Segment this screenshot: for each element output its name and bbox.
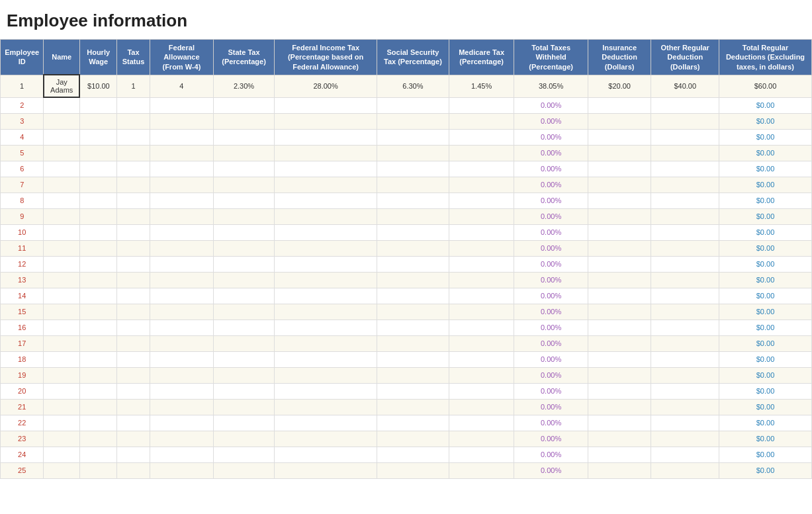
cell-total_regular_deductions[interactable]: $0.00 bbox=[719, 272, 811, 288]
cell-federal_income_tax[interactable] bbox=[275, 383, 377, 399]
cell-federal_income_tax[interactable] bbox=[275, 113, 377, 129]
cell-tax_status[interactable] bbox=[117, 320, 150, 335]
cell-hourly_wage[interactable] bbox=[79, 320, 116, 335]
cell-medicare_tax[interactable] bbox=[449, 224, 514, 240]
cell-other_regular_deduction[interactable] bbox=[651, 208, 719, 224]
cell-state_tax[interactable] bbox=[214, 208, 275, 224]
cell-insurance_deduction[interactable] bbox=[588, 415, 651, 431]
cell-hourly_wage[interactable] bbox=[79, 240, 116, 256]
cell-medicare_tax[interactable] bbox=[449, 208, 514, 224]
cell-medicare_tax[interactable] bbox=[449, 177, 514, 193]
cell-id[interactable]: 3 bbox=[1, 113, 44, 129]
table-row[interactable]: 130.00%$0.00 bbox=[1, 272, 812, 288]
cell-id[interactable]: 11 bbox=[1, 240, 44, 256]
cell-other_regular_deduction[interactable] bbox=[651, 129, 719, 145]
cell-total_regular_deductions[interactable]: $0.00 bbox=[719, 161, 811, 177]
cell-total_taxes_withheld[interactable]: 0.00% bbox=[514, 320, 588, 335]
cell-tax_status[interactable] bbox=[117, 97, 150, 113]
cell-other_regular_deduction[interactable] bbox=[651, 113, 719, 129]
cell-insurance_deduction[interactable] bbox=[588, 431, 651, 447]
cell-id[interactable]: 21 bbox=[1, 399, 44, 415]
cell-total_taxes_withheld[interactable]: 0.00% bbox=[514, 462, 588, 478]
cell-federal_allowance[interactable] bbox=[150, 240, 213, 256]
cell-tax_status[interactable] bbox=[117, 193, 150, 208]
cell-insurance_deduction[interactable] bbox=[588, 97, 651, 113]
table-row[interactable]: 150.00%$0.00 bbox=[1, 304, 812, 320]
cell-hourly_wage[interactable] bbox=[79, 272, 116, 288]
cell-social_security_tax[interactable] bbox=[377, 288, 449, 304]
cell-id[interactable]: 2 bbox=[1, 97, 44, 113]
cell-federal_income_tax[interactable] bbox=[275, 240, 377, 256]
cell-other_regular_deduction[interactable] bbox=[651, 367, 719, 383]
cell-tax_status[interactable] bbox=[117, 399, 150, 415]
cell-name[interactable]: Jay Adams bbox=[44, 75, 80, 97]
cell-federal_income_tax[interactable] bbox=[275, 447, 377, 462]
cell-name[interactable] bbox=[44, 97, 80, 113]
cell-id[interactable]: 15 bbox=[1, 304, 44, 320]
cell-total_regular_deductions[interactable]: $60.00 bbox=[719, 75, 811, 97]
cell-id[interactable]: 23 bbox=[1, 431, 44, 447]
cell-other_regular_deduction[interactable] bbox=[651, 145, 719, 161]
cell-total_taxes_withheld[interactable]: 0.00% bbox=[514, 415, 588, 431]
cell-id[interactable]: 16 bbox=[1, 320, 44, 335]
cell-federal_income_tax[interactable] bbox=[275, 256, 377, 272]
cell-total_taxes_withheld[interactable]: 0.00% bbox=[514, 113, 588, 129]
cell-other_regular_deduction[interactable] bbox=[651, 431, 719, 447]
cell-other_regular_deduction[interactable] bbox=[651, 240, 719, 256]
cell-tax_status[interactable] bbox=[117, 288, 150, 304]
cell-total_taxes_withheld[interactable]: 0.00% bbox=[514, 304, 588, 320]
cell-state_tax[interactable] bbox=[214, 288, 275, 304]
cell-id[interactable]: 17 bbox=[1, 335, 44, 351]
cell-id[interactable]: 8 bbox=[1, 193, 44, 208]
cell-id[interactable]: 10 bbox=[1, 224, 44, 240]
cell-insurance_deduction[interactable] bbox=[588, 193, 651, 208]
cell-name[interactable] bbox=[44, 447, 80, 462]
cell-id[interactable]: 18 bbox=[1, 351, 44, 367]
cell-social_security_tax[interactable] bbox=[377, 431, 449, 447]
cell-total_regular_deductions[interactable]: $0.00 bbox=[719, 415, 811, 431]
cell-hourly_wage[interactable] bbox=[79, 161, 116, 177]
cell-social_security_tax[interactable] bbox=[377, 145, 449, 161]
table-row[interactable]: 100.00%$0.00 bbox=[1, 224, 812, 240]
cell-state_tax[interactable] bbox=[214, 304, 275, 320]
cell-medicare_tax[interactable] bbox=[449, 383, 514, 399]
cell-social_security_tax[interactable] bbox=[377, 272, 449, 288]
table-row[interactable]: 210.00%$0.00 bbox=[1, 399, 812, 415]
cell-tax_status[interactable] bbox=[117, 462, 150, 478]
cell-insurance_deduction[interactable] bbox=[588, 351, 651, 367]
cell-federal_income_tax[interactable] bbox=[275, 399, 377, 415]
cell-total_regular_deductions[interactable]: $0.00 bbox=[719, 208, 811, 224]
cell-medicare_tax[interactable] bbox=[449, 145, 514, 161]
cell-federal_income_tax[interactable] bbox=[275, 431, 377, 447]
cell-insurance_deduction[interactable] bbox=[588, 240, 651, 256]
cell-insurance_deduction[interactable] bbox=[588, 462, 651, 478]
cell-state_tax[interactable]: 2.30% bbox=[214, 75, 275, 97]
cell-social_security_tax[interactable] bbox=[377, 113, 449, 129]
cell-social_security_tax[interactable] bbox=[377, 447, 449, 462]
cell-federal_allowance[interactable] bbox=[150, 320, 213, 335]
cell-federal_allowance[interactable] bbox=[150, 383, 213, 399]
cell-id[interactable]: 1 bbox=[1, 75, 44, 97]
cell-other_regular_deduction[interactable] bbox=[651, 161, 719, 177]
cell-insurance_deduction[interactable] bbox=[588, 399, 651, 415]
cell-tax_status[interactable] bbox=[117, 177, 150, 193]
cell-name[interactable] bbox=[44, 113, 80, 129]
cell-tax_status[interactable] bbox=[117, 161, 150, 177]
cell-tax_status[interactable] bbox=[117, 447, 150, 462]
cell-name[interactable] bbox=[44, 224, 80, 240]
cell-state_tax[interactable] bbox=[214, 177, 275, 193]
cell-hourly_wage[interactable] bbox=[79, 399, 116, 415]
cell-federal_allowance[interactable] bbox=[150, 335, 213, 351]
cell-total_taxes_withheld[interactable]: 0.00% bbox=[514, 161, 588, 177]
cell-social_security_tax[interactable] bbox=[377, 193, 449, 208]
cell-tax_status[interactable] bbox=[117, 367, 150, 383]
table-row[interactable]: 170.00%$0.00 bbox=[1, 335, 812, 351]
cell-hourly_wage[interactable] bbox=[79, 224, 116, 240]
cell-hourly_wage[interactable] bbox=[79, 177, 116, 193]
cell-federal_allowance[interactable] bbox=[150, 415, 213, 431]
cell-tax_status[interactable] bbox=[117, 145, 150, 161]
cell-other_regular_deduction[interactable] bbox=[651, 335, 719, 351]
cell-social_security_tax[interactable] bbox=[377, 129, 449, 145]
cell-total_taxes_withheld[interactable]: 0.00% bbox=[514, 431, 588, 447]
cell-other_regular_deduction[interactable] bbox=[651, 399, 719, 415]
